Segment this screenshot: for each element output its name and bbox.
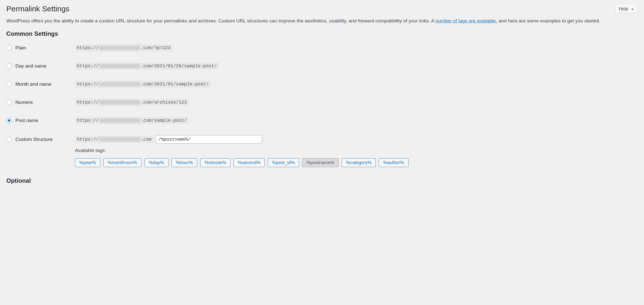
example-url: https://.com/sample-post/	[75, 117, 189, 124]
tag-button[interactable]: %category%	[342, 158, 376, 167]
redacted-domain	[99, 118, 140, 123]
tag-button[interactable]: %year%	[75, 158, 100, 167]
permalink-option-row: Month and namehttps://.com/2021/01/sampl…	[6, 81, 638, 88]
radio-label[interactable]: Month and name	[15, 81, 51, 87]
intro-text-prefix: WordPress offers you the ability to crea…	[6, 18, 435, 23]
custom-base-url: https://.com	[75, 136, 154, 143]
permalink-option-row: Numerichttps://.com/archives/123	[6, 99, 638, 106]
redacted-domain	[99, 82, 140, 86]
radio-month-and-name[interactable]	[6, 81, 12, 87]
radio-numeric[interactable]	[6, 100, 12, 105]
radio-day-and-name[interactable]	[6, 63, 12, 69]
intro-paragraph: WordPress offers you the ability to crea…	[6, 18, 638, 24]
permalink-option-row: Plainhttps://.com/?p=123	[6, 44, 638, 51]
common-settings-heading: Common Settings	[6, 30, 638, 37]
redacted-domain	[99, 46, 140, 50]
example-url: https://.com/?p=123	[75, 44, 172, 51]
redacted-domain	[99, 137, 140, 141]
permalink-option-row: Day and namehttps://.com/2021/01/20/samp…	[6, 63, 638, 70]
optional-heading: Optional	[6, 177, 638, 184]
tag-buttons-row: %year%%monthnum%%day%%hour%%minute%%seco…	[75, 158, 638, 167]
tag-button[interactable]: %day%	[144, 158, 168, 167]
intro-text-suffix: , and here are some examples to get you …	[496, 18, 600, 23]
example-url: https://.com/2021/01/sample-post/	[75, 81, 211, 88]
tag-button[interactable]: %post_id%	[268, 158, 299, 167]
tag-button[interactable]: %second%	[233, 158, 265, 167]
radio-label[interactable]: Numeric	[15, 100, 33, 105]
radio-label[interactable]: Day and name	[15, 63, 47, 69]
radio-label[interactable]: Plain	[15, 45, 26, 51]
redacted-domain	[99, 64, 140, 68]
example-url: https://.com/2021/01/20/sample-post/	[75, 63, 219, 70]
permalink-option-row: Post namehttps://.com/sample-post/	[6, 117, 638, 124]
tag-button[interactable]: %minute%	[200, 158, 230, 167]
example-url: https://.com/archives/123	[75, 99, 189, 106]
available-tags-label: Available tags:	[75, 148, 638, 153]
radio-custom-structure[interactable]	[6, 137, 12, 142]
tags-available-link[interactable]: number of tags are available	[435, 18, 496, 23]
tag-button[interactable]: %postname%	[302, 158, 339, 167]
redacted-domain	[99, 100, 140, 104]
help-tab-label: Help	[619, 6, 628, 11]
tag-button[interactable]: %monthnum%	[103, 158, 141, 167]
radio-post-name[interactable]	[6, 118, 12, 123]
help-tab[interactable]: Help ▼	[615, 5, 638, 13]
tag-button[interactable]: %hour%	[171, 158, 197, 167]
radio-label-custom-structure[interactable]: Custom Structure	[15, 137, 53, 142]
tag-button[interactable]: %author%	[379, 158, 408, 167]
radio-label[interactable]: Post name	[15, 118, 38, 123]
page-title: Permalink Settings	[6, 5, 638, 13]
chevron-down-icon: ▼	[631, 8, 634, 11]
radio-plain[interactable]	[6, 45, 12, 51]
custom-structure-input[interactable]	[156, 135, 262, 144]
